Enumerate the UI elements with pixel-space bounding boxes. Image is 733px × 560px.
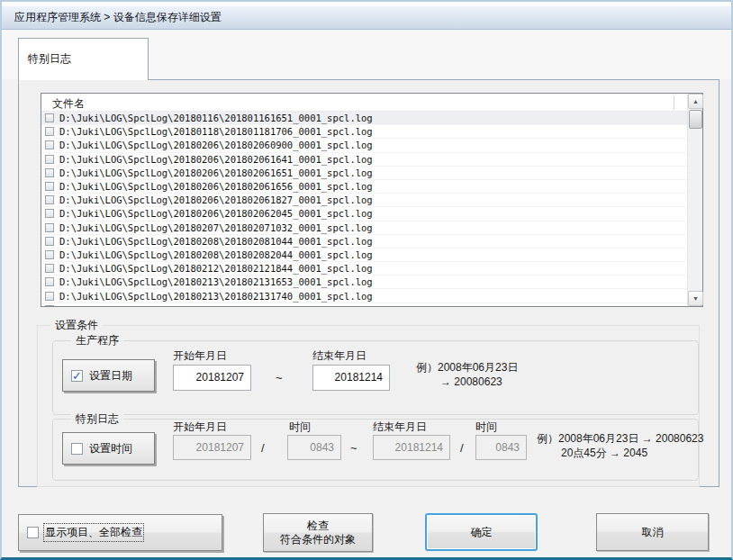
row-checkbox[interactable] [45, 277, 54, 286]
log-start-date-input[interactable]: 20181207 [173, 435, 251, 460]
list-item[interactable]: D:\Juki\LOG\SpclLog\20180213\20180213174… [41, 289, 687, 303]
dialog-window: 应用程序管理系统 > 设备信息保存详细设置 特别日志 文件名 D:\Juki\L… [0, 0, 733, 560]
list-item[interactable]: D:\Juki\LOG\SpclLog\20180208\20180208104… [41, 235, 687, 248]
file-path: D:\Juki\LOG\SpclLog\20180207\20180207103… [59, 222, 373, 233]
file-path: D:\Juki\LOG\SpclLog\20180208\20180208204… [59, 249, 373, 260]
start-date-label: 开始年月日 [173, 348, 227, 364]
file-path: D:\Juki\LOG\SpclLog\20180206\20180206164… [59, 154, 373, 165]
log-end-time-input[interactable]: 0843 [475, 435, 527, 460]
file-path: D:\Juki\LOG\SpclLog\20180206\20180206165… [59, 167, 373, 178]
list-item[interactable]: D:\Juki\LOG\SpclLog\20180206\20180206090… [41, 139, 687, 152]
list-item[interactable]: D:\Juki\LOG\SpclLog\20180212\20180212184… [41, 262, 687, 275]
ok-button[interactable]: 确定 [425, 513, 538, 551]
end-date-label: 结束年月日 [312, 348, 366, 364]
production-program-title: 生产程序 [71, 334, 123, 348]
file-list-rows: D:\Juki\LOG\SpclLog\20180116\20180116165… [41, 112, 687, 306]
log-end-time-label: 时间 [475, 420, 497, 435]
show-items-check-all-button[interactable]: 显示项目、全部检查 [18, 514, 222, 551]
tab-page: 文件名 D:\Juki\LOG\SpclLog\20180116\2018011… [18, 79, 719, 487]
special-log-title: 特别日志 [71, 412, 123, 426]
tab-special-log[interactable]: 特别日志 [18, 38, 149, 80]
row-checkbox[interactable] [45, 237, 54, 246]
list-item[interactable]: D:\Juki\LOG\SpclLog\20180213\20180213165… [41, 275, 687, 289]
row-checkbox[interactable] [45, 305, 54, 306]
row-checkbox[interactable] [45, 140, 54, 149]
row-checkbox[interactable] [45, 182, 54, 191]
file-path: D:\Juki\LOG\SpclLog\20180118\20180118170… [59, 126, 373, 137]
date-format-example: 例）2008年06月23日 → 20080623 [416, 360, 518, 389]
scroll-down-button[interactable]: ▼ [688, 291, 703, 306]
list-item[interactable]: D:\Juki\LOG\SpclLog\20180206\20180206165… [41, 167, 687, 180]
row-checkbox[interactable] [45, 264, 54, 273]
start-date-input[interactable]: 20181207 [173, 365, 251, 391]
check-matching-objects-button[interactable]: 检查 符合条件的对象 [263, 513, 373, 552]
row-checkbox[interactable] [45, 155, 54, 164]
slash-separator: / [261, 441, 265, 455]
range-tilde: ~ [350, 441, 357, 455]
file-list: 文件名 D:\Juki\LOG\SpclLog\20180116\2018011… [41, 93, 703, 307]
show-all-label: 显示项目、全部检查 [45, 525, 142, 540]
set-date-label: 设置日期 [89, 368, 132, 384]
show-all-checkbox[interactable] [27, 527, 39, 538]
list-item[interactable]: D:\Juki\LOG\SpclLog\20180118\20180118170… [41, 125, 687, 139]
list-item-partial[interactable] [41, 303, 687, 306]
list-item[interactable]: D:\Juki\LOG\SpclLog\20180208\20180208204… [41, 248, 687, 262]
list-item[interactable]: D:\Juki\LOG\SpclLog\20180206\20180206182… [41, 194, 687, 207]
column-divider [674, 95, 674, 110]
row-checkbox[interactable] [45, 127, 54, 136]
list-item[interactable]: D:\Juki\LOG\SpclLog\20180206\20180206165… [41, 180, 687, 194]
row-checkbox[interactable] [45, 195, 54, 204]
ok-label: 确定 [471, 525, 493, 540]
list-item[interactable]: D:\Juki\LOG\SpclLog\20180116\20180116165… [41, 112, 687, 125]
set-date-checkbox[interactable] [71, 370, 83, 382]
row-checkbox[interactable] [45, 250, 54, 259]
file-path: D:\Juki\LOG\SpclLog\20180206\20180206090… [59, 140, 373, 150]
conditions-title: 设置条件 [50, 319, 103, 332]
file-path: D:\Juki\LOG\SpclLog\20180206\20180206165… [59, 181, 373, 192]
end-date-input[interactable]: 20181214 [312, 365, 390, 391]
file-name-column-label: 文件名 [52, 97, 85, 110]
cancel-button[interactable]: 取消 [596, 513, 709, 551]
slash-separator: / [460, 441, 464, 455]
file-path: D:\Juki\LOG\SpclLog\20180116\20180116165… [59, 113, 373, 123]
file-path: D:\Juki\LOG\SpclLog\20180206\20180206204… [59, 208, 373, 219]
log-end-date-label: 结束年月日 [373, 420, 427, 435]
row-checkbox[interactable] [45, 168, 54, 177]
set-time-checkbox[interactable] [71, 443, 83, 455]
log-end-date-input[interactable]: 20181214 [373, 435, 450, 460]
log-start-date-label: 开始年月日 [173, 420, 227, 435]
list-item[interactable]: D:\Juki\LOG\SpclLog\20180206\20180206204… [41, 207, 687, 221]
breadcrumb: 应用程序管理系统 > 设备信息保存详细设置 [14, 10, 222, 25]
file-path: D:\Juki\LOG\SpclLog\20180208\20180208104… [59, 236, 373, 247]
file-path: D:\Juki\LOG\SpclLog\20180213\20180213165… [59, 276, 373, 287]
file-path: D:\Juki\LOG\SpclLog\20180213\20180213174… [59, 291, 373, 302]
tab-label: 特别日志 [28, 52, 71, 65]
triangle-up-icon: ▲ [692, 98, 699, 104]
cancel-label: 取消 [642, 525, 664, 540]
datetime-format-example: 例）2008年06月23日 → 20080623 20点45分 → 2045 [537, 431, 703, 460]
scroll-up-button[interactable]: ▲ [688, 94, 703, 109]
triangle-down-icon: ▼ [692, 295, 699, 302]
log-start-time-input[interactable]: 0843 [287, 435, 341, 460]
row-checkbox[interactable] [45, 209, 54, 218]
log-start-time-label: 时间 [289, 420, 311, 435]
row-checkbox[interactable] [45, 223, 54, 232]
set-time-label: 设置时间 [89, 441, 132, 456]
row-checkbox[interactable] [45, 113, 54, 122]
special-log-group: 特别日志 设置时间 开始年月日 20181207 / 时间 0843 ~ 结束年… [52, 419, 699, 481]
row-checkbox[interactable] [45, 292, 54, 301]
file-list-header: 文件名 [41, 94, 687, 112]
vertical-scrollbar[interactable]: ▲ ▼ [687, 94, 702, 306]
range-tilde: ~ [276, 371, 283, 384]
scroll-thumb[interactable] [689, 110, 702, 129]
list-item[interactable]: D:\Juki\LOG\SpclLog\20180206\20180206164… [41, 153, 687, 167]
set-date-button[interactable]: 设置日期 [62, 359, 155, 392]
file-path: D:\Juki\LOG\SpclLog\20180206\20180206182… [59, 194, 373, 205]
list-item[interactable]: D:\Juki\LOG\SpclLog\20180207\20180207103… [41, 221, 687, 235]
breadcrumb-bar: 应用程序管理系统 > 设备信息保存详细设置 [2, 6, 731, 30]
set-time-button[interactable]: 设置时间 [62, 432, 155, 465]
production-program-group: 生产程序 设置日期 开始年月日 20181207 ~ 结束年月日 2018121… [52, 340, 699, 415]
file-path: D:\Juki\LOG\SpclLog\20180212\20180212184… [59, 263, 373, 274]
